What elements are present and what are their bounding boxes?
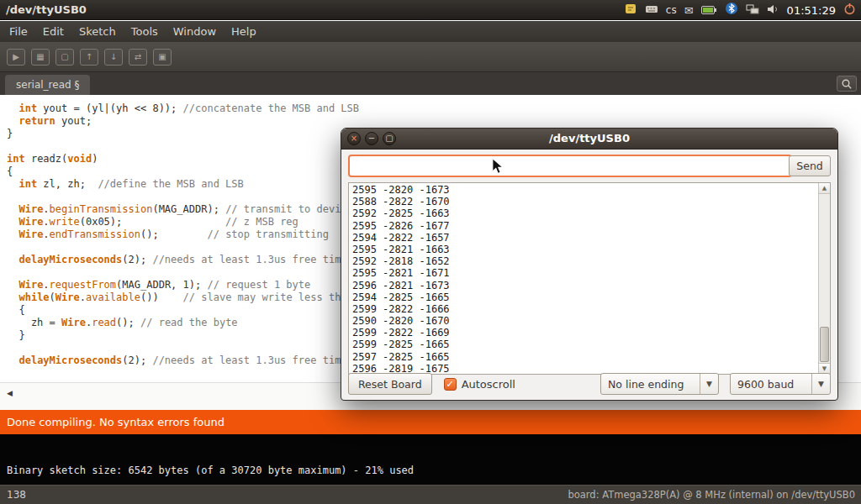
serial-monitor-title: /dev/ttyUSB0: [341, 132, 837, 144]
serial-monitor-controls: Reset Board ✓ Autoscroll No line ending …: [348, 372, 831, 396]
menu-sketch[interactable]: Sketch: [71, 21, 124, 42]
code-line: int yout = (yl|(yh << 8)); //concatenate…: [7, 102, 861, 115]
toolbar: ▶▦▢↑↓⇄▣: [0, 42, 861, 72]
menu-file[interactable]: File: [2, 21, 35, 42]
export-button[interactable]: ⇄: [129, 49, 147, 66]
build-console: Binary sketch size: 6542 bytes (of a 307…: [0, 434, 861, 485]
new-sketch-button[interactable]: ▢: [55, 49, 74, 66]
clock[interactable]: 01:51:29: [787, 4, 836, 17]
scrollbar-thumb[interactable]: [820, 327, 829, 362]
system-tray: cs ✉ 01:51:29: [625, 0, 859, 20]
serial-line: 2595 -2821 -1671: [352, 267, 817, 279]
session-power-icon[interactable]: [843, 3, 856, 18]
reset-board-button[interactable]: Reset Board: [348, 373, 432, 395]
serial-line: 2592 -2818 -1652: [352, 255, 817, 267]
keyboard-layout-label[interactable]: cs: [666, 4, 677, 16]
line-ending-value: No line ending: [601, 378, 700, 391]
baud-rate-value: 9600 baud: [731, 378, 811, 391]
line-number-indicator: 138: [7, 486, 26, 504]
serial-line: 2594 -2825 -1665: [352, 291, 817, 303]
serial-line: 2588 -2822 -1670: [352, 196, 817, 207]
serial-monitor-window: × − ▢ /dev/ttyUSB0 Send 2595 -2820 -1673…: [341, 128, 838, 401]
menu-tools[interactable]: Tools: [124, 21, 166, 42]
serial-line: 2596 -2821 -1673: [352, 280, 817, 291]
network-icon[interactable]: [746, 3, 759, 18]
serial-line: 2595 -2826 -1677: [352, 220, 817, 232]
serial-line: 2590 -2820 -1670: [352, 315, 817, 327]
volume-icon[interactable]: [767, 3, 779, 18]
scroll-up-icon[interactable]: ▲: [819, 183, 830, 194]
statusbar: 138 board: ATmega328P(A) @ 8 MHz (intern…: [0, 485, 861, 504]
chevron-down-icon: ▼: [700, 374, 718, 394]
serial-line: 2595 -2821 -1663: [352, 244, 817, 255]
line-ending-select[interactable]: No line ending ▼: [600, 373, 719, 395]
open-button[interactable]: ↑: [80, 49, 98, 66]
autoscroll-label: Autoscroll: [462, 378, 515, 391]
serial-line: 2599 -2825 -1665: [352, 339, 817, 350]
serial-line: 2592 -2825 -1663: [352, 207, 817, 219]
mouse-cursor: [491, 158, 504, 179]
send-button[interactable]: Send: [789, 155, 831, 176]
menu-window[interactable]: Window: [166, 21, 224, 42]
top-panel: /dev/ttyUSB0 cs ✉ 01:51:29: [0, 0, 861, 20]
messages-icon[interactable]: ✉: [684, 5, 694, 16]
autoscroll-checkbox[interactable]: ✓: [444, 378, 457, 391]
magnifier-icon: [841, 78, 853, 90]
serial-input-row: Send: [348, 155, 831, 177]
keyboard-indicator-icon[interactable]: [645, 3, 658, 18]
burn-button[interactable]: ▣: [153, 49, 172, 66]
console-output: Binary sketch size: 6542 bytes (of a 307…: [7, 465, 414, 476]
battery-icon[interactable]: [701, 3, 717, 18]
verify-button[interactable]: ▶: [7, 49, 25, 66]
code-line: return yout;: [7, 115, 861, 128]
save-button[interactable]: ↓: [104, 49, 123, 66]
baud-rate-select[interactable]: 9600 baud ▼: [730, 373, 831, 395]
window-title: /dev/ttyUSB0: [6, 3, 87, 16]
menu-help[interactable]: Help: [224, 21, 264, 42]
serial-send-input[interactable]: [348, 155, 792, 177]
serial-line: 2594 -2822 -1657: [352, 232, 817, 244]
serial-output-lines: 2595 -2820 -16732588 -2822 -16702592 -28…: [349, 184, 817, 374]
board-info: board: ATmega328P(A) @ 8 MHz (internal) …: [568, 486, 855, 504]
menubar: FileEditSketchToolsWindowHelp: [0, 21, 861, 42]
serial-output-area[interactable]: 2595 -2820 -16732588 -2822 -16702592 -28…: [348, 182, 831, 375]
stop-button[interactable]: ▦: [31, 49, 50, 66]
screen: /dev/ttyUSB0 cs ✉ 01:51:29: [0, 0, 861, 504]
serial-line: 2597 -2825 -1665: [352, 351, 817, 363]
chevron-down-icon: ▼: [811, 374, 830, 394]
serial-monitor-titlebar[interactable]: × − ▢ /dev/ttyUSB0: [341, 129, 837, 150]
serial-line: 2599 -2822 -1666: [352, 303, 817, 315]
notes-indicator-icon[interactable]: [625, 3, 637, 18]
menu-edit[interactable]: Edit: [35, 21, 71, 42]
tabbar: serial_read §: [0, 72, 861, 95]
bluetooth-icon[interactable]: [725, 2, 738, 18]
serial-vscrollbar[interactable]: ▲ ▼: [818, 183, 830, 374]
tab-serial-read[interactable]: serial_read §: [5, 75, 90, 95]
scroll-left-icon[interactable]: ◀: [7, 389, 13, 397]
serial-line: 2599 -2822 -1669: [352, 327, 817, 339]
serial-monitor-button[interactable]: [837, 76, 857, 92]
serial-line: 2595 -2820 -1673: [352, 184, 817, 196]
compile-status-bar: Done compiling. No syntax errors found: [0, 410, 861, 434]
